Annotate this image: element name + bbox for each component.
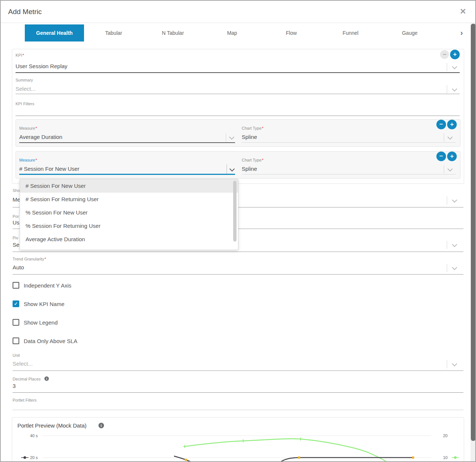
dropdown-option-3[interactable]: % Session For New User [20,206,238,219]
trend-granularity-divider [447,264,447,272]
required-asterisk: * [44,257,46,261]
left-axis-series-marker-icon [21,456,29,459]
tab-n-tabular[interactable]: N Tabular [143,24,202,41]
right-axis-series-marker-icon [452,456,459,459]
remove-kpi-button[interactable]: − [440,50,449,59]
measure-1-underline [19,142,235,143]
left-axis-tick-40s: 40 s [30,433,38,438]
independent-y-axis-checkbox[interactable] [13,282,19,289]
right-axis-tick-20: 20 [443,433,447,438]
dropdown-option-4[interactable]: % Session For Returning User [20,219,238,233]
unit-select-divider [447,360,447,368]
decimal-places-label: Decimal Places [13,377,41,382]
occluded-field-3-divider [447,241,447,249]
trend-granularity-select-value[interactable]: Auto [13,264,24,271]
decimal-places-input-value[interactable]: 3 [13,383,16,389]
tab-general-health[interactable]: General Health [25,24,84,41]
left-axis-tick-20s: 20 s [30,455,38,460]
tab-tabular[interactable]: Tabular [84,24,143,41]
show-legend-checkbox[interactable] [13,319,19,326]
data-only-above-sla-checkbox[interactable] [13,338,19,344]
dark-spline-series-segment-b [276,458,413,462]
required-asterisk: * [262,126,264,130]
chart-type-1-label: Chart Type* [242,126,264,131]
summary-select-placeholder[interactable]: Select... [16,86,36,92]
right-axis-tick-10: 10 [443,455,447,460]
occluded-field-3-value[interactable]: Se [13,242,19,248]
required-asterisk: * [23,53,24,57]
dropdown-option-2[interactable]: # Session For Returning User [20,193,238,206]
unit-select-placeholder[interactable]: Select... [13,360,33,367]
show-legend-label: Show Legend [24,319,58,326]
green-series-point-marker [242,439,245,442]
summary-select-divider [447,85,447,93]
add-measure-2-button[interactable]: + [447,152,457,161]
dropdown-option-1[interactable]: # Session For New User [20,179,238,193]
kpi-filters-underline [16,116,460,116]
show-kpi-name-checkbox[interactable]: ✓ [13,300,19,307]
chart-type-1-select-divider [444,133,444,142]
remove-measure-2-button[interactable]: − [436,152,446,161]
dark-series-point-marker [298,456,300,459]
trend-granularity-label: Trend Granularity* [13,257,46,262]
dropdown-option-5[interactable]: Average Active Duration [20,233,238,246]
add-kpi-button[interactable]: + [450,50,460,59]
required-asterisk: * [262,158,264,162]
occluded-field-3-label: Piv [13,236,18,240]
kpi-underline [16,72,460,73]
tab-bar: General HealthTabularN TabularMapFlowFun… [25,24,439,41]
close-icon[interactable]: ✕ [460,7,466,16]
occluded-field-3-chevron-down-icon[interactable] [452,242,457,247]
occluded-field-1-value[interactable]: Me [13,196,20,203]
remove-measure-1-button[interactable]: − [436,120,446,129]
measure-1-select-divider [226,133,226,142]
unit-underline [13,370,463,371]
measure-2-underline-focused [19,174,235,175]
summary-underline [16,94,460,94]
occluded-field-1-divider [447,196,447,205]
tab-map[interactable]: Map [202,24,262,41]
tab-gauge[interactable]: Gauge [380,24,439,41]
dropdown-scrollbar-thumb[interactable] [233,181,237,242]
green-series-point-marker [183,445,186,448]
data-only-above-sla-label: Data Only Above SLA [24,338,77,345]
occluded-field-1-label: Sho [13,188,20,193]
kpi-label: KPI* [16,53,24,58]
occluded-field-2-label: Por [13,214,19,219]
chart-type-2-select-value[interactable]: Spline [242,166,257,172]
dialog-title: Add Metric [8,1,42,23]
chart-type-1-select-value[interactable]: Spline [242,134,257,140]
unit-label: Unit [13,353,20,358]
tab-funnel[interactable]: Funnel [321,24,380,41]
dark-series-point-marker [185,459,187,461]
independent-y-axis-label: Independent Y Axis [24,282,71,289]
preview-chart: 40 s 20 s 20 10 [12,417,463,462]
chart-type-2-label: Chart Type* [242,158,264,163]
trend-granularity-chevron-down-icon[interactable] [452,265,457,270]
measure-2-select-divider [227,164,227,175]
portlet-filters-label: Portlet Filters [13,398,37,403]
measure-1-select-value[interactable]: Average Duration [19,134,62,140]
trend-granularity-underline [13,274,463,275]
measure-2-label: Measure* [19,158,37,163]
tab-flow[interactable]: Flow [262,24,321,41]
show-kpi-name-label: Show KPI Name [24,301,64,308]
required-asterisk: * [36,158,37,162]
kpi-filters-label: KPI Filters [16,102,34,106]
kpi-select-value[interactable]: User Session Replay [16,63,67,70]
vertical-scrollbar-thumb[interactable] [471,24,476,441]
decimal-places-info-icon[interactable]: i [44,376,49,381]
decimal-places-underline [13,392,463,393]
occluded-field-2-value[interactable]: Us [13,219,19,226]
occluded-field-1-chevron-down-icon[interactable] [452,197,457,203]
more-tabs-chevron-icon[interactable]: › [456,24,467,41]
chart-type-2-select-divider [444,165,444,173]
measure-1-label: Measure* [19,126,37,131]
measure-dropdown-list: # Session For New User # Session For Ret… [20,179,238,250]
kpi-select-divider [447,63,447,71]
add-measure-1-button[interactable]: + [447,120,457,129]
dialog-header: Add Metric ✕ [1,1,475,23]
dark-series-point-marker [412,456,414,459]
unit-chevron-down-icon[interactable] [452,361,457,366]
measure-2-select-value[interactable]: # Session For New User [19,166,80,172]
